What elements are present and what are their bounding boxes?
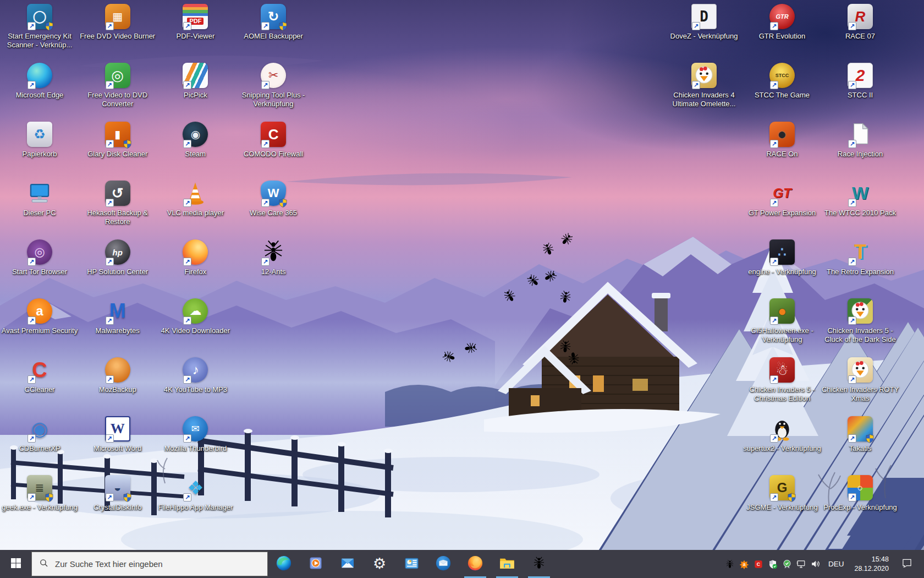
taskbar-button-firefox[interactable]	[459, 550, 491, 578]
desktop-icon-race-injection[interactable]: ↗Race Injection	[819, 122, 901, 159]
tray-network-icon[interactable]	[794, 550, 809, 578]
icon-art: ↗	[848, 298, 873, 324]
desktop-icon-label: Race Injection	[819, 150, 901, 159]
shortcut-arrow-icon: ↗	[106, 140, 114, 148]
desktop-icon-dovez-verkn-pfung[interactable]: D↗DoveZ - Verknüpfung	[663, 4, 745, 41]
desktop-icon-comodo-firewall[interactable]: C↗COMODO Firewall	[232, 122, 315, 159]
desktop-icon-mozilla-thunderbird[interactable]: ✉↗Mozilla Thunderbird	[154, 416, 237, 453]
desktop-icon-hp-solution-center[interactable]: hp↗HP Solution Center	[76, 239, 159, 276]
taskbar-button-media-player[interactable]	[300, 550, 332, 578]
desktop-icon-firefox[interactable]: ↗Firefox	[154, 239, 237, 276]
desktop-icon-engine-verkn-pfung[interactable]: ∴↗engine - Verknüpfung	[741, 239, 823, 276]
uac-shield-icon	[787, 493, 796, 502]
desktop-icon-gt-power-expansion[interactable]: GT↗GT Power Expansion	[741, 181, 823, 217]
desktop-icon-cdburnerxp[interactable]: ◉↗CDBurnerXP	[0, 416, 81, 453]
glyph-icon: GTR	[776, 14, 788, 20]
icon-art: R↗	[848, 4, 873, 29]
desktop-icon-glary-disk-cleaner[interactable]: ▮↗Glary Disk Cleaner	[76, 122, 159, 159]
desktop-icon-the-wtcc-2010-pack[interactable]: W↗The WTCC 2010 Pack	[819, 181, 901, 217]
desktop-icon-filehippo-app-manager[interactable]: ❖↗FileHippo App Manager	[154, 475, 237, 512]
desktop-icon-microsoft-word[interactable]: W↗Microsoft Word	[76, 416, 159, 453]
desktop-icon-hekasoft-backup-restore[interactable]: ↺↗Hekasoft Backup & Restore	[76, 181, 159, 227]
desktop-icon-supertux2-verkn-pfung[interactable]: ↗supertux2 - Verknüpfung	[741, 416, 823, 453]
desktop-icon-free-video-to-dvd-converter[interactable]: ◎↗Free Video to DVD Converter	[76, 63, 159, 109]
desktop-icon-stcc-ii[interactable]: 2↗STCC II	[819, 63, 901, 100]
desktop-icon-start-emergency-kit-scanner-verkn-p[interactable]: ◯↗Start Emergency Kit Scanner - Verknüp.…	[0, 4, 81, 50]
desktop-icon-malwarebytes[interactable]: M↗Malwarebytes	[76, 298, 159, 335]
taskbar-button-settings[interactable]: ⚙	[364, 550, 395, 578]
tray-ant-icon[interactable]	[723, 550, 737, 578]
desktop-icon-steam[interactable]: ◉↗Steam	[154, 122, 237, 159]
glyph-icon: ○	[857, 483, 864, 493]
desktop-icon-dieser-pc[interactable]: Dieser PC	[0, 181, 81, 217]
icon-art: ♻	[27, 122, 52, 147]
desktop-icon-crystaldiskinfo[interactable]: ◒↗CrystalDiskInfo	[76, 475, 159, 512]
desktop-icon-race-07[interactable]: R↗RACE 07	[819, 4, 901, 41]
desktop-icon-vlc-media-player[interactable]: ↗VLC media player	[154, 181, 237, 217]
shortcut-arrow-icon: ↗	[692, 22, 700, 30]
desktop-icon-label: 12-Ants	[232, 268, 315, 276]
taskbar-button-file-explorer[interactable]	[491, 550, 523, 578]
shortcut-arrow-icon: ↗	[106, 22, 114, 30]
icon-art: ◉↗	[27, 416, 52, 441]
desktop-icon-chicken-invaders-roty-xmas[interactable]: ↗Chicken Invaders ROTY Xmas	[819, 357, 901, 403]
desktop-icon-chicken-invaders-4-ultimate-omelette[interactable]: ↗Chicken Invaders 4 Ultimate Omelette...	[663, 63, 745, 109]
desktop-icon-12-ants[interactable]: ↗12-Ants	[232, 239, 315, 276]
desktop-icon-label: DoveZ - Verknüpfung	[663, 32, 745, 41]
start-button[interactable]	[0, 550, 31, 578]
shortcut-arrow-icon: ↗	[28, 22, 36, 30]
desktop-icon-papierkorb[interactable]: ♻Papierkorb	[0, 122, 81, 159]
desktop-icon-wise-care-365[interactable]: W↗Wise Care 365	[232, 181, 315, 217]
desktop-icon-4k-video-downloader[interactable]: ☁↗4K Video Downloader	[154, 298, 237, 335]
crawling-ant	[565, 350, 582, 366]
desktop-icon-start-tor-browser[interactable]: ◎↗Start Tor Browser	[0, 239, 81, 276]
desktop-icon-mozbackup[interactable]: ↗MozBackup	[76, 357, 159, 394]
desktop-icon-the-retro-expansion[interactable]: T↗The Retro Expansion	[819, 239, 901, 276]
tray-health-badge-icon[interactable]	[780, 550, 794, 578]
taskbar-button-mail[interactable]	[332, 550, 364, 578]
desktop-icon-race-on[interactable]: ●↗RACE On	[741, 122, 823, 159]
desktop-icon-geek-exe-verkn-pfung[interactable]: ≣↗geek.exe - Verknüpfung	[0, 475, 81, 512]
firefox-icon	[467, 555, 483, 573]
icon-art: ▮↗	[105, 122, 130, 147]
desktop-icon-snipping-tool-plus-verkn-pfung[interactable]: ✂↗Snipping Tool Plus - Verknüpfung	[232, 63, 315, 109]
glyph-icon: R	[855, 9, 866, 24]
taskbar-clock[interactable]: 15:48 28.12.2020	[849, 555, 894, 574]
desktop-icon-chicken-invaders-5-christmas-edition[interactable]: ☃↗Chicken Invaders 5 - Christmas Edition	[741, 357, 823, 403]
desktop-icon-microsoft-edge[interactable]: ↗Microsoft Edge	[0, 63, 81, 100]
action-center-button[interactable]	[895, 558, 919, 570]
shortcut-arrow-icon: ↗	[692, 81, 700, 89]
shortcut-arrow-icon: ↗	[848, 493, 856, 501]
desktop-icon-picpick[interactable]: ↗PicPick	[154, 63, 237, 100]
tray-avast-icon[interactable]: a	[737, 550, 751, 578]
file-explorer-icon	[499, 556, 515, 572]
desktop-icon-gtr-evolution[interactable]: GTR↗GTR Evolution	[741, 4, 823, 41]
desktop-icon-ccleaner[interactable]: C↗CCleaner	[0, 357, 81, 394]
desktop-icon-procexp-verkn-pfung[interactable]: ○↗ProcExp - Verknüpfung	[819, 475, 901, 512]
shortcut-arrow-icon: ↗	[848, 22, 856, 30]
taskbar-button-twelve-ants[interactable]	[523, 550, 555, 578]
icon-art: ♪↗	[183, 357, 208, 383]
search-input[interactable]: Zur Suche Text hier eingeben	[31, 552, 268, 576]
tray-volume-icon[interactable]	[809, 550, 823, 578]
taskbar-button-microsoft-edge[interactable]	[268, 550, 300, 578]
desktop-icon-aomei-backupper[interactable]: ↻↗AOMEI Backupper	[232, 4, 315, 41]
desktop-icon-ci5halloween-exe-verkn-pfung[interactable]: ●↗CI5Halloween.exe - Verknüpfung	[741, 298, 823, 345]
desktop-icon-stcc-the-game[interactable]: STCC↗STCC The Game	[741, 63, 823, 100]
tray-defender-icon[interactable]	[766, 550, 780, 578]
language-indicator[interactable]: DEU	[824, 560, 849, 568]
desktop-icon-takatis[interactable]: ↗Takatis	[819, 416, 901, 453]
desktop-icon-4k-youtube-to-mp3[interactable]: ♪↗4K YouTube to MP3	[154, 357, 237, 394]
taskbar-button-thunderbird[interactable]	[427, 550, 459, 578]
desktop-icon-free-dvd-video-burner[interactable]: ▦↗Free DVD Video Burner	[76, 4, 159, 41]
desktop-icon-label: Chicken Invaders 4 Ultimate Omelette...	[663, 91, 745, 109]
icon-art: C↗	[261, 122, 286, 147]
desktop-icon-avast-premium-security[interactable]: a↗Avast Premium Security	[0, 298, 81, 335]
tray-comodo-icon[interactable]: C	[751, 550, 766, 578]
desktop-icon-pdf-viewer[interactable]: PDF↗PDF-Viewer	[154, 4, 237, 41]
desktop-icon-label: Chicken Invaders ROTY Xmas	[819, 385, 901, 403]
uac-shield-icon	[123, 139, 132, 149]
desktop-icon-chicken-invaders-5-cluck-of-the-dark-side[interactable]: ↗Chicken Invaders 5 - Cluck of the Dark …	[819, 298, 901, 345]
taskbar-button-system-info[interactable]	[395, 550, 427, 578]
desktop-icon-jsgme-verkn-pfung[interactable]: G↗JSGME - Verknüpfung	[741, 475, 823, 512]
